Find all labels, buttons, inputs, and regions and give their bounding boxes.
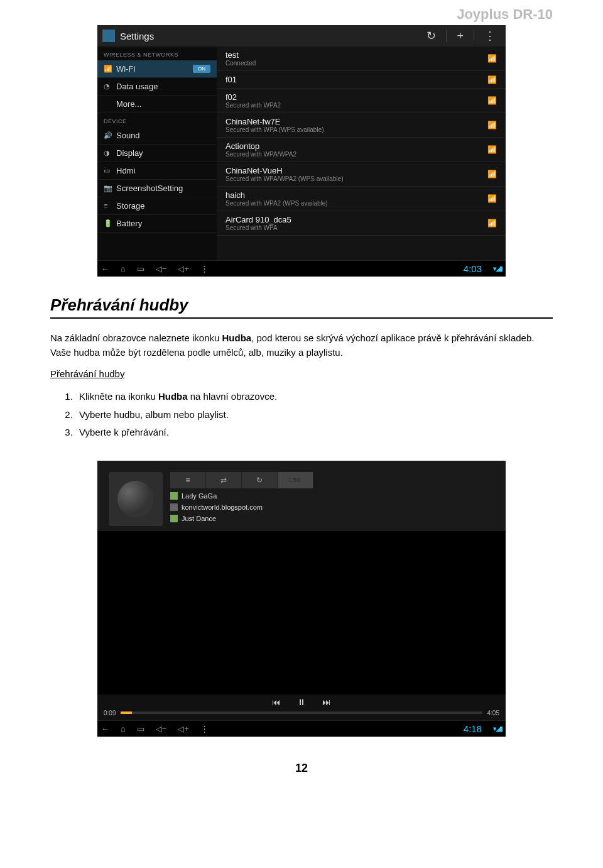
wifi-network-list: testConnected 📶 f01 📶 f02Secured with WP… (217, 47, 506, 260)
sidebar-item-hdmi[interactable]: ▭ Hdmi (97, 162, 217, 180)
refresh-icon[interactable]: ↻ (421, 29, 441, 43)
sidebar-item-label: Data usage (116, 82, 158, 91)
prev-track-icon[interactable]: ⏮ (272, 697, 281, 707)
network-sub: Secured with WPA/WPA2 (225, 151, 487, 158)
system-navbar: ← ⌂ ▭ ◁− ◁+ ⋮ 4:03 ▾◢▮ (97, 260, 506, 277)
nav-more-icon[interactable]: ⋮ (200, 724, 209, 733)
wifi-signal-lock-icon: 📶 (487, 96, 497, 105)
settings-screenshot: Settings ↻ + ⋮ WIRELESS & NETWORKS 📶 Wi-… (97, 25, 506, 277)
network-sub: Secured with WPA (WPS available) (225, 126, 487, 133)
sidebar-item-sound[interactable]: 🔊 Sound (97, 127, 217, 145)
page-number: 12 (50, 762, 553, 775)
wifi-network-item[interactable]: ChinaNet-VueHSecured with WPA/WPA2 (WPS … (217, 162, 506, 187)
settings-icon (102, 30, 115, 42)
system-navbar: ← ⌂ ▭ ◁− ◁+ ⋮ 4:18 ▾◢▮ (97, 720, 506, 737)
network-name: ChinaNet-fw7E (225, 117, 487, 126)
music-controls: ⏮ ⏸ ⏭ (97, 695, 506, 708)
sidebar-item-label: Wi-Fi (116, 64, 135, 74)
list-item: Vyberte k přehrávání. (75, 424, 553, 442)
network-sub: Secured with WPA (225, 224, 487, 231)
artist-tag-icon (170, 492, 178, 500)
add-icon[interactable]: + (452, 30, 469, 43)
nav-recents-icon[interactable]: ▭ (137, 264, 144, 273)
tab-shuffle-icon[interactable]: ⇄ (206, 472, 242, 488)
sidebar-item-label: Display (116, 148, 143, 158)
status-time: 4:03 (464, 263, 482, 274)
sidebar-item-display[interactable]: ◑ Display (97, 145, 217, 162)
wifi-signal-lock-icon: 📶 (487, 121, 497, 129)
sidebar-item-label: Hdmi (116, 166, 135, 175)
nav-home-icon[interactable]: ⌂ (121, 724, 126, 733)
wifi-signal-icon: 📶 (487, 75, 497, 84)
nav-more-icon[interactable]: ⋮ (200, 264, 209, 273)
sidebar-item-storage[interactable]: ≡ Storage (97, 197, 217, 215)
wifi-network-item[interactable]: f02Secured with WPA2 📶 (217, 89, 506, 113)
wifi-signal-lock-icon: 📶 (487, 194, 497, 203)
heading-rule (50, 317, 553, 319)
wifi-network-item[interactable]: haichSecured with WPA2 (WPS available) 📶 (217, 187, 506, 211)
wifi-network-item[interactable]: ActiontopSecured with WPA/WPA2 📶 (217, 138, 506, 162)
status-icons: ▾◢▮ (493, 265, 502, 273)
nav-home-icon[interactable]: ⌂ (121, 264, 126, 273)
nav-voldown-icon[interactable]: ◁− (156, 264, 167, 273)
wifi-signal-icon: 📶 (487, 54, 497, 63)
network-sub: Connected (225, 60, 487, 67)
section-heading: Přehrávání hudby (50, 295, 553, 316)
status-time: 4:18 (464, 723, 482, 734)
sidebar-section-wireless: WIRELESS & NETWORKS (97, 47, 217, 60)
tab-list-icon[interactable]: ≡ (170, 472, 206, 488)
wifi-signal-lock-icon: 📶 (487, 219, 497, 228)
storage-icon: ≡ (104, 202, 112, 211)
nav-back-icon[interactable]: ← (101, 724, 109, 733)
status-icons: ▾◢▮ (493, 725, 502, 733)
sidebar-item-label: Sound (116, 131, 140, 140)
network-sub: Secured with WPA2 (WPS available) (225, 200, 487, 207)
data-usage-icon: ◔ (104, 82, 112, 91)
tab-lrc[interactable]: LRC (278, 472, 313, 488)
hdmi-icon: ▭ (104, 167, 112, 175)
wifi-network-item[interactable]: f01 📶 (217, 71, 506, 89)
wifi-toggle[interactable]: ON (193, 65, 210, 73)
network-sub: Secured with WPA/WPA2 (WPS available) (225, 175, 487, 182)
music-visual-area (97, 531, 506, 695)
next-track-icon[interactable]: ⏭ (322, 697, 331, 707)
nav-volup-icon[interactable]: ◁+ (178, 724, 189, 733)
nav-back-icon[interactable]: ← (101, 264, 109, 273)
network-name: ChinaNet-VueH (225, 166, 487, 175)
sidebar-item-wifi[interactable]: 📶 Wi-Fi ON (97, 60, 217, 78)
wifi-network-item[interactable]: AirCard 910_dca5Secured with WPA 📶 (217, 211, 506, 236)
album-art (109, 472, 163, 526)
pause-icon[interactable]: ⏸ (297, 697, 306, 707)
sound-icon: 🔊 (104, 131, 112, 140)
more-icon (104, 100, 112, 109)
sub-heading: Přehrávání hudby (50, 368, 553, 379)
sidebar-item-data-usage[interactable]: ◔ Data usage (97, 78, 217, 96)
nav-volup-icon[interactable]: ◁+ (178, 264, 189, 273)
menu-icon[interactable]: ⋮ (479, 29, 501, 43)
list-item: Vyberte hudbu, album nebo playlist. (75, 406, 553, 424)
sidebar-item-more[interactable]: More... (97, 96, 217, 113)
brand-header: Joyplus DR-10 (50, 0, 553, 25)
time-total: 4:05 (487, 710, 499, 717)
sidebar-item-battery[interactable]: 🔋 Battery (97, 215, 217, 233)
camera-icon: 📷 (104, 184, 112, 193)
network-name: f01 (225, 75, 487, 84)
sidebar-item-screenshot[interactable]: 📷 ScreenshotSetting (97, 180, 217, 197)
music-progress[interactable]: 0:09 4:05 (97, 708, 506, 720)
nav-recents-icon[interactable]: ▭ (137, 724, 144, 733)
progress-bar[interactable] (121, 711, 482, 714)
network-name: Actiontop (225, 141, 487, 151)
music-artist-line: Lady GaGa (170, 492, 494, 500)
music-tabs: ≡ ⇄ ↻ LRC (170, 472, 494, 488)
sidebar-section-device: DEVICE (97, 113, 217, 127)
tab-repeat-icon[interactable]: ↻ (242, 472, 278, 488)
wifi-icon: 📶 (104, 65, 112, 74)
wifi-network-item[interactable]: ChinaNet-fw7ESecured with WPA (WPS avail… (217, 113, 506, 138)
album-tag-icon (170, 503, 178, 511)
wifi-network-item[interactable]: testConnected 📶 (217, 47, 506, 71)
settings-sidebar: WIRELESS & NETWORKS 📶 Wi-Fi ON ◔ Data us… (97, 47, 217, 260)
nav-voldown-icon[interactable]: ◁− (156, 724, 167, 733)
music-screenshot: ≡ ⇄ ↻ LRC Lady GaGa konvictworld.blogspo… (97, 461, 506, 737)
sidebar-item-label: Battery (116, 219, 142, 228)
sidebar-item-label: ScreenshotSetting (116, 184, 183, 193)
